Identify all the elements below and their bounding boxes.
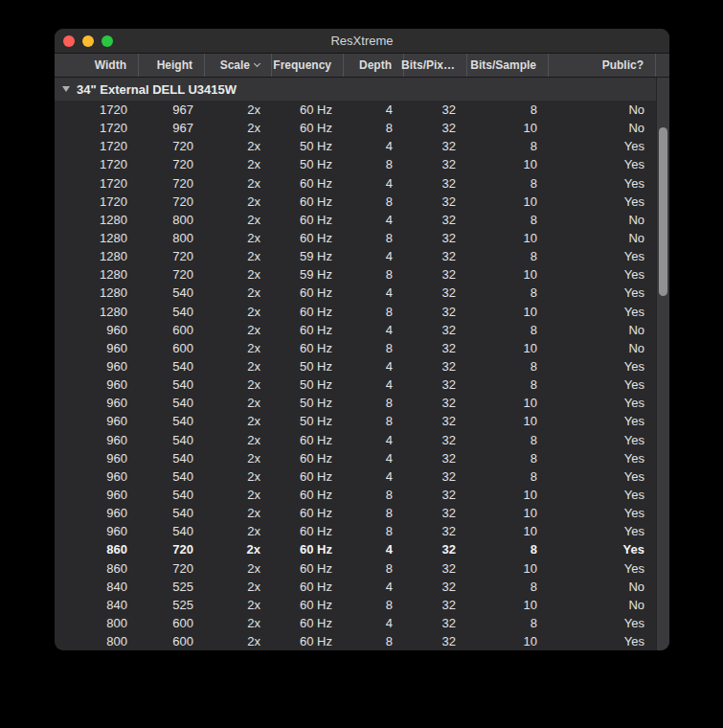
minimize-button[interactable] [82, 35, 94, 47]
column-header-bits-pix[interactable]: Bits/Pix… [404, 54, 467, 77]
column-header-frequency[interactable]: Frequency [272, 54, 344, 77]
table-row[interactable]: 17209672x60 Hz83210No [55, 119, 669, 137]
cell-width: 860 [55, 561, 139, 576]
cell-height: 540 [139, 377, 205, 392]
titlebar[interactable]: ResXtreme [55, 29, 669, 54]
cell-public: Yes [549, 176, 656, 191]
table-row[interactable]: 9605402x60 Hz4328Yes [55, 431, 669, 449]
table-row[interactable]: 9605402x60 Hz4328Yes [55, 449, 669, 467]
table-row[interactable]: 9605402x60 Hz83210Yes [55, 486, 669, 504]
cell-depth: 4 [344, 213, 404, 227]
table-row[interactable]: 9605402x50 Hz4328Yes [55, 375, 669, 394]
cell-width: 960 [55, 488, 139, 502]
cell-frequency: 60 Hz [272, 561, 344, 576]
cell-depth: 8 [344, 488, 404, 502]
table-row[interactable]: 12807202x59 Hz4328Yes [55, 247, 669, 265]
cell-scale: 2x [205, 194, 272, 209]
cell-public: Yes [549, 194, 656, 209]
cell-bits-pix: 32 [404, 249, 467, 263]
traffic-lights [63, 35, 113, 47]
table-row[interactable]: 17207202x60 Hz4328Yes [55, 174, 669, 193]
table-row[interactable]: 12805402x60 Hz83210Yes [55, 303, 669, 321]
cell-depth: 8 [344, 305, 404, 319]
table-row[interactable]: 9606002x60 Hz83210No [55, 339, 669, 357]
column-header-label: Width [95, 58, 126, 72]
cell-bits-sample: 8 [467, 433, 549, 447]
cell-bits-sample: 10 [467, 524, 549, 538]
table-row[interactable]: 12807202x59 Hz83210Yes [55, 265, 669, 284]
cell-height: 600 [139, 323, 205, 337]
group-row[interactable]: 34" External DELL U3415W [55, 78, 669, 101]
table-row[interactable]: 8607202x60 Hz83210Yes [55, 559, 669, 578]
app-window: ResXtreme WidthHeightScaleFrequencyDepth… [55, 29, 669, 650]
cell-bits-pix: 32 [404, 634, 467, 648]
cell-bits-sample: 10 [467, 561, 549, 576]
table-row[interactable]: 8006002x60 Hz4328Yes [55, 614, 669, 632]
table-row[interactable]: 8006002x60 Hz83210Yes [55, 632, 669, 650]
table-row[interactable]: 8405252x60 Hz83210No [55, 596, 669, 614]
table-row[interactable]: 8607202x60 Hz4328Yes [55, 540, 669, 558]
cell-public: Yes [549, 524, 656, 538]
cell-bits-pix: 32 [404, 139, 467, 153]
cell-height: 720 [139, 267, 205, 282]
column-header-width[interactable]: Width [55, 54, 139, 77]
cell-width: 840 [55, 598, 139, 612]
table-row[interactable]: 9606002x60 Hz4328No [55, 321, 669, 339]
cell-frequency: 60 Hz [272, 451, 344, 466]
cell-depth: 8 [344, 396, 404, 410]
column-header-depth[interactable]: Depth [344, 54, 404, 77]
table-row[interactable]: 9605402x60 Hz4328Yes [55, 467, 669, 486]
cell-bits-sample: 10 [467, 267, 549, 282]
cell-depth: 8 [344, 157, 404, 171]
table-row[interactable]: 12808002x60 Hz83210No [55, 229, 669, 247]
cell-height: 720 [139, 176, 205, 191]
table-row[interactable]: 17207202x50 Hz83210Yes [55, 155, 669, 173]
cell-depth: 8 [344, 341, 404, 355]
table-row[interactable]: 12808002x60 Hz4328No [55, 211, 669, 229]
cell-depth: 8 [344, 267, 404, 282]
table-row[interactable]: 9605402x50 Hz83210Yes [55, 412, 669, 430]
table-row[interactable]: 17207202x50 Hz4328Yes [55, 137, 669, 155]
table-row[interactable]: 9605402x60 Hz83210Yes [55, 522, 669, 540]
table-row[interactable]: 17207202x60 Hz83210Yes [55, 193, 669, 211]
scrollbar-thumb[interactable] [659, 127, 667, 296]
cell-width: 960 [55, 323, 139, 337]
cell-depth: 8 [344, 598, 404, 612]
cell-scale: 2x [205, 488, 272, 502]
table-header: WidthHeightScaleFrequencyDepthBits/Pix…B… [55, 54, 669, 78]
table-row[interactable]: 9605402x50 Hz4328Yes [55, 357, 669, 375]
cell-bits-sample: 8 [467, 139, 549, 153]
scrollbar-track[interactable] [656, 78, 669, 650]
table-row[interactable]: 9605402x60 Hz83210Yes [55, 504, 669, 522]
close-button[interactable] [63, 35, 75, 47]
cell-bits-pix: 32 [404, 433, 467, 447]
column-header-label: Bits/Pix… [401, 58, 455, 72]
cell-frequency: 50 Hz [272, 157, 344, 171]
cell-public: Yes [549, 249, 656, 263]
cell-width: 960 [55, 377, 139, 392]
table-row[interactable]: 17209672x60 Hz4328No [55, 101, 669, 119]
cell-scale: 2x [205, 305, 272, 319]
column-header-bits-sample[interactable]: Bits/Sample [467, 54, 549, 77]
cell-depth: 4 [344, 580, 404, 594]
cell-scale: 2x [205, 469, 272, 484]
cell-frequency: 50 Hz [272, 377, 344, 392]
column-header-scale[interactable]: Scale [205, 54, 272, 77]
cell-frequency: 50 Hz [272, 359, 344, 374]
table-row[interactable]: 8405252x60 Hz4328No [55, 578, 669, 596]
cell-depth: 8 [344, 524, 404, 538]
cell-frequency: 60 Hz [272, 305, 344, 319]
cell-public: No [549, 231, 656, 245]
cell-height: 540 [139, 524, 205, 538]
cell-frequency: 60 Hz [272, 194, 344, 209]
zoom-button[interactable] [102, 35, 113, 47]
table-row[interactable]: 12805402x60 Hz4328Yes [55, 284, 669, 302]
cell-public: Yes [549, 377, 656, 392]
cell-bits-sample: 10 [467, 414, 549, 428]
cell-scale: 2x [205, 634, 272, 648]
column-header-height[interactable]: Height [139, 54, 205, 77]
table-row[interactable]: 9605402x50 Hz83210Yes [55, 394, 669, 412]
column-header-public[interactable]: Public? [549, 54, 656, 77]
disclosure-triangle-icon[interactable] [62, 86, 70, 92]
cell-scale: 2x [205, 231, 272, 245]
